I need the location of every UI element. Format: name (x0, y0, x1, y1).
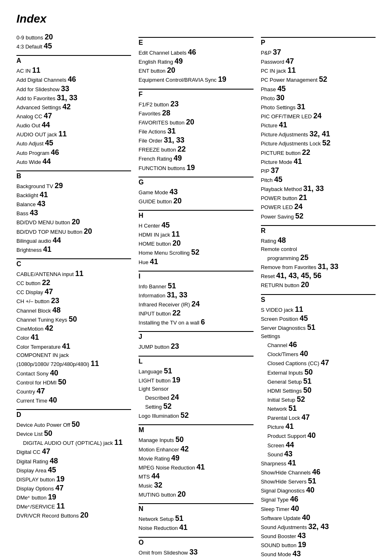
index-entry: Picture 41 (261, 422, 376, 431)
index-entry: Picture Mode 41 (261, 157, 376, 166)
index-entry: programming 25 (261, 253, 376, 262)
index-entry: French Rating 49 (138, 154, 253, 163)
index-entry: MUTING button 20 (138, 490, 253, 499)
index-entry: Add for Slideshow 33 (16, 85, 131, 94)
index-entry: Favorites 28 (138, 109, 253, 118)
index-entry: Installing the TV on a wall 6 (138, 318, 253, 327)
index-entry: PIP 37 (261, 166, 376, 175)
index-entry: FREEZE button 22 (138, 145, 253, 154)
index-entry: DIGITAL AUDIO OUT (OPTICAL) jack 11 (16, 438, 131, 447)
index-entry: Balance 43 (16, 200, 131, 209)
index-entry: Logo Illumination 52 (138, 411, 253, 420)
index-entry: PICTURE button 22 (261, 148, 376, 157)
index-entry: Picture Adjustments Lock 52 (261, 139, 376, 148)
index-entry: AUDIO OUT jack 11 (16, 130, 131, 139)
index-entry: DMeˣ/SERVICE 11 (16, 502, 131, 511)
index-entry: DMeˣ button 19 (16, 493, 131, 502)
index-entry: Network Setup 51 (138, 514, 253, 523)
section-letter: R (261, 225, 376, 235)
index-entry: Digital CC 47 (16, 447, 131, 456)
index-entry: FUNCTION buttons 19 (138, 163, 253, 173)
section-letter: E (138, 37, 253, 46)
index-entry: Light Sensor (138, 385, 253, 393)
section-letter: F (138, 89, 253, 98)
index-entry: F1/F2 button 23 (138, 100, 253, 109)
index-entry: COMPONENT IN jack (1080p/1080i/ 720p/480… (16, 351, 131, 368)
column-3: PP&P 37Password 47PC IN jack 11PC Power … (261, 33, 376, 557)
index-entry: HOME button 20 (138, 239, 253, 248)
index-entry: Auto Adjust 45 (16, 139, 131, 148)
index-entry: Channel Tuning Keys 50 (16, 315, 131, 324)
index-columns: 0-9 buttons 204:3 Default 45AAC IN 11Add… (16, 33, 376, 557)
index-entry: 4:3 Default 45 (16, 42, 131, 51)
index-entry: Movie Rating 49 (138, 454, 253, 463)
index-entry: Add Digital Channels 46 (16, 75, 131, 84)
index-entry: Signal Diagnostics 40 (261, 486, 376, 495)
index-entry: Color 41 (16, 333, 131, 342)
index-entry: Password 47 (261, 57, 376, 66)
index-entry: Power Saving 52 (261, 212, 376, 221)
index-entry: SOUND button 19 (261, 541, 376, 550)
index-entry: INPUT button 22 (138, 309, 253, 318)
section-letter: A (16, 55, 131, 64)
index-entry: CineMotion 42 (16, 324, 131, 333)
index-entry: Software Update 40 (261, 513, 376, 522)
index-entry: H Center 45 (138, 221, 253, 230)
index-entry: AC IN 11 (16, 66, 131, 75)
index-entry: File Actions 31 (138, 127, 253, 136)
index-entry: Device Auto Power Off 50 (16, 420, 131, 429)
index-entry: POWER button 21 (261, 193, 376, 203)
index-entry: Equipment Control/BRAVIA Sync 19 (138, 75, 253, 84)
index-entry: Advanced Settings 42 (16, 103, 131, 112)
index-entry: Language 51 (138, 367, 253, 376)
index-entry: PIC OFF/TIMER LED 24 (261, 112, 376, 121)
index-entry: Display Options 47 (16, 484, 131, 493)
index-entry: Playback Method 31, 33 (261, 184, 376, 193)
index-entry: Backlight 41 (16, 191, 131, 200)
index-entry: Device List 50 (16, 429, 131, 438)
index-entry: Color Temperature 41 (16, 342, 131, 351)
index-entry: Sound Booster 43 (261, 532, 376, 541)
index-entry: Infrared Receiver (IR) 24 (138, 300, 253, 309)
index-entry: Motion Enhancer 42 (138, 445, 253, 454)
index-entry: BD/DVD TOP MENU button 20 (16, 227, 131, 236)
index-entry: Show/Hide Channels 46 (261, 468, 376, 477)
section-letter: G (138, 177, 253, 186)
index-entry: S VIDEO jack 11 (261, 305, 376, 314)
index-entry: Country 47 (16, 387, 131, 396)
index-entry: Sharpness 41 (261, 459, 376, 468)
index-entry: Product Support 40 (261, 431, 376, 440)
index-entry: Omit from Slideshow 33 (138, 548, 253, 557)
index-entry: RETURN button 20 (261, 281, 376, 290)
index-entry: Information 31, 33 (138, 291, 253, 300)
index-entry: Network 51 (261, 404, 376, 413)
index-entry: Channel Block 48 (16, 306, 131, 315)
index-entry: Noise Reduction 41 (138, 523, 253, 532)
index-entry: Closed Captions (CC) 47 (261, 359, 376, 368)
index-entry: Initial Setup 52 (261, 395, 376, 404)
pre-section: 0-9 buttons 204:3 Default 45 (16, 33, 131, 51)
index-entry: Picture Adjustments 32, 41 (261, 130, 376, 139)
index-entry: Picture 41 (261, 121, 376, 130)
index-entry: Channel 46 (261, 341, 376, 350)
index-entry: External Inputs 50 (261, 368, 376, 377)
index-entry: Clock/Timers 40 (261, 350, 376, 359)
index-entry: POWER LED 24 (261, 203, 376, 212)
index-entry: GUIDE button 20 (138, 197, 253, 206)
index-entry: Brightness 41 (16, 245, 131, 254)
section-letter: I (138, 271, 253, 280)
index-entry: Setting 52 (138, 402, 253, 411)
index-entry: Edit Channel Labels 46 (138, 48, 253, 57)
index-entry: PC Power Management 52 (261, 75, 376, 84)
index-entry: Info Banner 51 (138, 282, 253, 291)
index-entry: Bilingual audio 44 (16, 236, 131, 245)
section-letter: H (138, 210, 253, 219)
index-entry: Sleep Timer 40 (261, 504, 376, 513)
index-entry: MTS 44 (138, 472, 253, 481)
index-entry: General Setup 51 (261, 377, 376, 386)
section-letter: B (16, 170, 131, 180)
index-entry: Sound Mode 43 (261, 550, 376, 557)
section-letter: D (16, 409, 131, 419)
index-entry: Screen Position 45 (261, 314, 376, 323)
index-entry: Home Menu Scrolling 52 (138, 248, 253, 257)
